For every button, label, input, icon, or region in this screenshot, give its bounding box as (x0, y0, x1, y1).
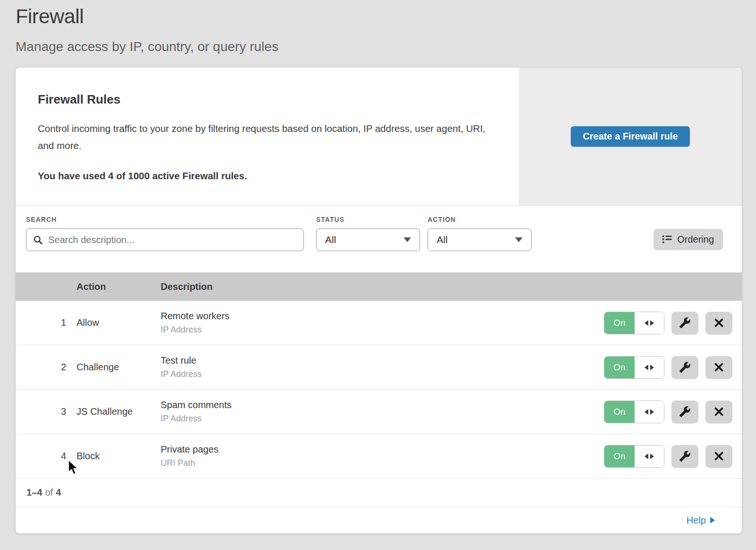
rule-description-cell: Test rule IP Address (161, 355, 604, 379)
page-subtitle: Manage access by IP, country, or query r… (16, 39, 756, 54)
action-select-value: All (437, 234, 447, 245)
close-icon (714, 318, 724, 328)
rule-enable-toggle: On (604, 401, 664, 423)
delete-rule-button[interactable] (705, 445, 732, 468)
rule-controls: On (604, 312, 732, 334)
delete-rule-button[interactable] (705, 312, 732, 334)
edit-rule-button[interactable] (671, 356, 698, 379)
rule-controls: On (604, 401, 732, 423)
toggle-on-segment[interactable]: On (604, 401, 635, 423)
ordering-button[interactable]: Ordering (653, 229, 723, 250)
help-link[interactable]: Help (687, 515, 715, 526)
rule-description-cell: Spam comments IP Address (161, 400, 604, 424)
search-input[interactable] (48, 235, 297, 245)
rule-controls: On (604, 445, 732, 468)
search-filter-group: SEARCH (26, 216, 304, 272)
chevron-down-icon (515, 237, 523, 242)
toggle-on-segment[interactable]: On (604, 445, 635, 467)
pagination-of-label: of (45, 487, 53, 498)
close-icon (714, 451, 724, 461)
edit-rule-button[interactable] (671, 401, 698, 423)
rule-description-cell: Remote workers IP Address (161, 311, 604, 335)
page-header: Firewall Manage access by IP, country, o… (0, 0, 756, 54)
hero-section: Firewall Rules Control incoming traffic … (16, 68, 742, 206)
pagination-range: 1–4 (26, 487, 42, 498)
pagination-bar: 1–4 of 4 (16, 479, 742, 507)
rule-description: Test rule (161, 355, 604, 366)
create-rule-panel: Create a Firewall rule (519, 68, 742, 205)
table-row: 2 Challenge Test rule IP Address On (16, 345, 742, 390)
edit-rule-button[interactable] (671, 445, 698, 468)
page-title: Firewall (16, 5, 756, 28)
search-label: SEARCH (26, 216, 304, 223)
card-description: Control incoming traffic to your zone by… (38, 120, 491, 154)
ordering-icon (662, 235, 672, 244)
wrench-icon (679, 406, 691, 418)
pagination-total: 4 (56, 487, 61, 498)
rule-priority: 1 (27, 317, 77, 328)
table-header-row: Action Description (16, 272, 742, 301)
table-row: 3 JS Challenge Spam comments IP Address … (16, 390, 742, 434)
search-icon (33, 235, 43, 245)
edit-rule-button[interactable] (671, 312, 698, 334)
create-firewall-rule-button[interactable]: Create a Firewall rule (571, 126, 689, 147)
chevron-down-icon (404, 237, 411, 242)
rule-description: Private pages (161, 444, 604, 455)
table-row: 1 Allow Remote workers IP Address On (16, 301, 742, 345)
delete-rule-button[interactable] (705, 356, 732, 379)
toggle-on-segment[interactable]: On (604, 312, 635, 334)
help-arrow-icon (710, 517, 715, 524)
delete-rule-button[interactable] (705, 401, 732, 423)
rule-action: Block (77, 451, 161, 462)
rule-priority: 4 (27, 451, 77, 462)
rule-enable-toggle: On (604, 445, 664, 468)
rule-description: Remote workers (161, 311, 604, 322)
rule-action: JS Challenge (77, 406, 161, 417)
rule-match-type: IP Address (161, 369, 604, 379)
hero-text-block: Firewall Rules Control incoming traffic … (16, 68, 519, 205)
rule-priority: 3 (27, 406, 77, 417)
rule-controls: On (604, 356, 732, 379)
search-box (26, 228, 304, 251)
toggle-arrows-icon[interactable] (635, 445, 664, 467)
rule-action: Challenge (77, 362, 161, 373)
toggle-arrows-icon[interactable] (635, 401, 664, 423)
rule-description: Spam comments (161, 400, 604, 410)
rule-priority: 2 (27, 362, 77, 373)
action-column-header: Action (77, 281, 161, 292)
ordering-button-label: Ordering (677, 234, 714, 245)
rule-action: Allow (77, 317, 161, 328)
help-link-label: Help (687, 515, 706, 526)
description-column-header: Description (161, 281, 730, 292)
rule-match-type: IP Address (161, 414, 604, 424)
usage-summary: You have used 4 of 1000 active Firewall … (38, 170, 500, 182)
rule-match-type: IP Address (161, 325, 604, 335)
status-select[interactable]: All (316, 228, 420, 251)
wrench-icon (679, 450, 691, 462)
rule-description-cell: Private pages URI Path (161, 444, 604, 468)
rule-enable-toggle: On (604, 312, 664, 334)
action-filter-group: ACTION All (428, 216, 532, 272)
card-heading: Firewall Rules (38, 92, 500, 107)
rule-match-type: URI Path (161, 458, 604, 468)
toggle-arrows-icon[interactable] (635, 357, 664, 378)
status-filter-group: STATUS All (316, 216, 420, 272)
wrench-icon (679, 361, 691, 373)
toggle-arrows-icon[interactable] (635, 312, 664, 334)
action-label: ACTION (428, 216, 532, 223)
status-label: STATUS (316, 216, 420, 223)
rule-enable-toggle: On (604, 356, 664, 379)
action-select[interactable]: All (428, 228, 532, 251)
firewall-rules-card: Firewall Rules Control incoming traffic … (16, 68, 742, 533)
toggle-on-segment[interactable]: On (604, 357, 635, 378)
close-icon (714, 362, 724, 372)
close-icon (714, 407, 724, 417)
filters-bar: SEARCH STATUS All ACTION All (16, 206, 742, 272)
card-footer: Help (16, 507, 742, 533)
wrench-icon (679, 317, 691, 329)
status-select-value: All (325, 234, 336, 245)
table-row: 4 Block Private pages URI Path On (16, 434, 742, 479)
